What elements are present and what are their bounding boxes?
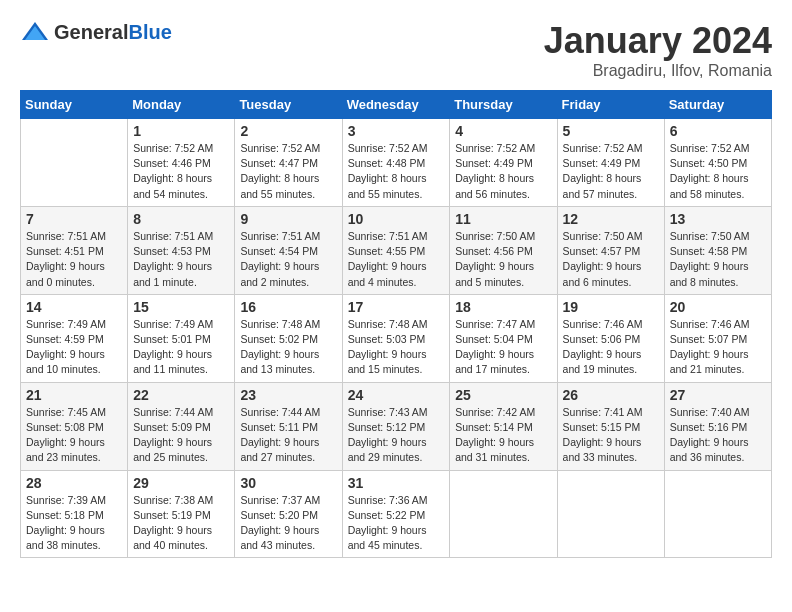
day-info: Sunrise: 7:51 AM Sunset: 4:54 PM Dayligh…	[240, 229, 336, 290]
day-info: Sunrise: 7:52 AM Sunset: 4:50 PM Dayligh…	[670, 141, 766, 202]
day-info: Sunrise: 7:50 AM Sunset: 4:56 PM Dayligh…	[455, 229, 551, 290]
day-cell: 18Sunrise: 7:47 AM Sunset: 5:04 PM Dayli…	[450, 294, 557, 382]
day-info: Sunrise: 7:46 AM Sunset: 5:07 PM Dayligh…	[670, 317, 766, 378]
day-cell: 30Sunrise: 7:37 AM Sunset: 5:20 PM Dayli…	[235, 470, 342, 558]
day-number: 21	[26, 387, 122, 403]
day-cell	[557, 470, 664, 558]
day-number: 6	[670, 123, 766, 139]
day-number: 3	[348, 123, 445, 139]
day-info: Sunrise: 7:39 AM Sunset: 5:18 PM Dayligh…	[26, 493, 122, 554]
day-info: Sunrise: 7:41 AM Sunset: 5:15 PM Dayligh…	[563, 405, 659, 466]
day-number: 11	[455, 211, 551, 227]
day-number: 1	[133, 123, 229, 139]
day-info: Sunrise: 7:45 AM Sunset: 5:08 PM Dayligh…	[26, 405, 122, 466]
day-cell: 28Sunrise: 7:39 AM Sunset: 5:18 PM Dayli…	[21, 470, 128, 558]
day-info: Sunrise: 7:52 AM Sunset: 4:49 PM Dayligh…	[455, 141, 551, 202]
week-row-3: 14Sunrise: 7:49 AM Sunset: 4:59 PM Dayli…	[21, 294, 772, 382]
day-info: Sunrise: 7:48 AM Sunset: 5:02 PM Dayligh…	[240, 317, 336, 378]
day-info: Sunrise: 7:51 AM Sunset: 4:53 PM Dayligh…	[133, 229, 229, 290]
day-number: 18	[455, 299, 551, 315]
day-info: Sunrise: 7:36 AM Sunset: 5:22 PM Dayligh…	[348, 493, 445, 554]
day-cell: 27Sunrise: 7:40 AM Sunset: 5:16 PM Dayli…	[664, 382, 771, 470]
day-cell: 12Sunrise: 7:50 AM Sunset: 4:57 PM Dayli…	[557, 206, 664, 294]
day-cell: 26Sunrise: 7:41 AM Sunset: 5:15 PM Dayli…	[557, 382, 664, 470]
day-info: Sunrise: 7:47 AM Sunset: 5:04 PM Dayligh…	[455, 317, 551, 378]
day-info: Sunrise: 7:51 AM Sunset: 4:51 PM Dayligh…	[26, 229, 122, 290]
day-info: Sunrise: 7:51 AM Sunset: 4:55 PM Dayligh…	[348, 229, 445, 290]
day-cell: 1Sunrise: 7:52 AM Sunset: 4:46 PM Daylig…	[128, 119, 235, 207]
day-cell: 19Sunrise: 7:46 AM Sunset: 5:06 PM Dayli…	[557, 294, 664, 382]
weekday-header-thursday: Thursday	[450, 91, 557, 119]
day-cell	[450, 470, 557, 558]
day-number: 16	[240, 299, 336, 315]
day-number: 22	[133, 387, 229, 403]
day-cell: 24Sunrise: 7:43 AM Sunset: 5:12 PM Dayli…	[342, 382, 450, 470]
day-number: 23	[240, 387, 336, 403]
day-info: Sunrise: 7:42 AM Sunset: 5:14 PM Dayligh…	[455, 405, 551, 466]
logo-blue-text: Blue	[128, 21, 171, 43]
logo-icon	[20, 20, 50, 44]
day-cell: 2Sunrise: 7:52 AM Sunset: 4:47 PM Daylig…	[235, 119, 342, 207]
day-cell	[664, 470, 771, 558]
title-area: January 2024 Bragadiru, Ilfov, Romania	[544, 20, 772, 80]
day-number: 9	[240, 211, 336, 227]
day-info: Sunrise: 7:37 AM Sunset: 5:20 PM Dayligh…	[240, 493, 336, 554]
day-cell: 29Sunrise: 7:38 AM Sunset: 5:19 PM Dayli…	[128, 470, 235, 558]
day-cell: 22Sunrise: 7:44 AM Sunset: 5:09 PM Dayli…	[128, 382, 235, 470]
logo: GeneralBlue	[20, 20, 172, 44]
day-info: Sunrise: 7:50 AM Sunset: 4:58 PM Dayligh…	[670, 229, 766, 290]
day-info: Sunrise: 7:44 AM Sunset: 5:09 PM Dayligh…	[133, 405, 229, 466]
day-info: Sunrise: 7:46 AM Sunset: 5:06 PM Dayligh…	[563, 317, 659, 378]
weekday-header-row: SundayMondayTuesdayWednesdayThursdayFrid…	[21, 91, 772, 119]
day-info: Sunrise: 7:40 AM Sunset: 5:16 PM Dayligh…	[670, 405, 766, 466]
day-info: Sunrise: 7:52 AM Sunset: 4:49 PM Dayligh…	[563, 141, 659, 202]
weekday-header-sunday: Sunday	[21, 91, 128, 119]
day-cell: 23Sunrise: 7:44 AM Sunset: 5:11 PM Dayli…	[235, 382, 342, 470]
day-info: Sunrise: 7:43 AM Sunset: 5:12 PM Dayligh…	[348, 405, 445, 466]
day-cell: 16Sunrise: 7:48 AM Sunset: 5:02 PM Dayli…	[235, 294, 342, 382]
day-number: 7	[26, 211, 122, 227]
logo-general-text: General	[54, 21, 128, 43]
calendar-table: SundayMondayTuesdayWednesdayThursdayFrid…	[20, 90, 772, 558]
day-cell: 21Sunrise: 7:45 AM Sunset: 5:08 PM Dayli…	[21, 382, 128, 470]
day-number: 15	[133, 299, 229, 315]
weekday-header-tuesday: Tuesday	[235, 91, 342, 119]
day-number: 12	[563, 211, 659, 227]
day-number: 8	[133, 211, 229, 227]
day-number: 14	[26, 299, 122, 315]
weekday-header-wednesday: Wednesday	[342, 91, 450, 119]
day-cell: 8Sunrise: 7:51 AM Sunset: 4:53 PM Daylig…	[128, 206, 235, 294]
day-cell: 11Sunrise: 7:50 AM Sunset: 4:56 PM Dayli…	[450, 206, 557, 294]
month-title: January 2024	[544, 20, 772, 62]
day-number: 31	[348, 475, 445, 491]
day-info: Sunrise: 7:38 AM Sunset: 5:19 PM Dayligh…	[133, 493, 229, 554]
weekday-header-friday: Friday	[557, 91, 664, 119]
day-info: Sunrise: 7:48 AM Sunset: 5:03 PM Dayligh…	[348, 317, 445, 378]
week-row-2: 7Sunrise: 7:51 AM Sunset: 4:51 PM Daylig…	[21, 206, 772, 294]
day-number: 13	[670, 211, 766, 227]
day-number: 25	[455, 387, 551, 403]
day-cell: 7Sunrise: 7:51 AM Sunset: 4:51 PM Daylig…	[21, 206, 128, 294]
location-title: Bragadiru, Ilfov, Romania	[544, 62, 772, 80]
day-info: Sunrise: 7:52 AM Sunset: 4:46 PM Dayligh…	[133, 141, 229, 202]
day-number: 17	[348, 299, 445, 315]
day-number: 5	[563, 123, 659, 139]
day-cell: 13Sunrise: 7:50 AM Sunset: 4:58 PM Dayli…	[664, 206, 771, 294]
day-number: 30	[240, 475, 336, 491]
day-cell: 31Sunrise: 7:36 AM Sunset: 5:22 PM Dayli…	[342, 470, 450, 558]
day-number: 29	[133, 475, 229, 491]
day-number: 24	[348, 387, 445, 403]
day-cell: 10Sunrise: 7:51 AM Sunset: 4:55 PM Dayli…	[342, 206, 450, 294]
day-cell: 9Sunrise: 7:51 AM Sunset: 4:54 PM Daylig…	[235, 206, 342, 294]
day-cell: 17Sunrise: 7:48 AM Sunset: 5:03 PM Dayli…	[342, 294, 450, 382]
week-row-5: 28Sunrise: 7:39 AM Sunset: 5:18 PM Dayli…	[21, 470, 772, 558]
day-cell: 15Sunrise: 7:49 AM Sunset: 5:01 PM Dayli…	[128, 294, 235, 382]
day-number: 2	[240, 123, 336, 139]
day-number: 26	[563, 387, 659, 403]
day-number: 27	[670, 387, 766, 403]
day-cell: 4Sunrise: 7:52 AM Sunset: 4:49 PM Daylig…	[450, 119, 557, 207]
day-cell: 3Sunrise: 7:52 AM Sunset: 4:48 PM Daylig…	[342, 119, 450, 207]
day-cell: 6Sunrise: 7:52 AM Sunset: 4:50 PM Daylig…	[664, 119, 771, 207]
day-cell	[21, 119, 128, 207]
day-cell: 5Sunrise: 7:52 AM Sunset: 4:49 PM Daylig…	[557, 119, 664, 207]
